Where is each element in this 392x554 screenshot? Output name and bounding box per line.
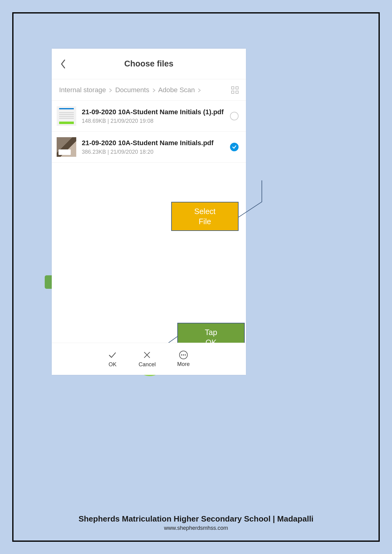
phone-screenshot: Choose files Internal storage Documents … <box>52 49 246 375</box>
select-radio-checked[interactable] <box>230 143 239 151</box>
footer-url: www.shepherdsmhss.com <box>13 525 379 531</box>
select-radio[interactable] <box>230 112 239 120</box>
file-meta: 148.69KB | 21/09/2020 19:08 <box>82 118 227 124</box>
page-footer: Shepherds Matriculation Higher Secondary… <box>13 514 379 531</box>
chevron-right-icon <box>109 86 112 94</box>
header-title: Choose files <box>124 59 174 69</box>
chevron-right-icon <box>198 86 201 94</box>
callout-select-file: Select File <box>171 202 239 231</box>
cancel-button[interactable]: Cancel <box>138 350 156 368</box>
file-row[interactable]: 21-09-2020 10A-Student Name Initials.pdf… <box>52 132 246 163</box>
footer-title: Shepherds Matriculation Higher Secondary… <box>13 514 379 524</box>
file-info: 21-09-2020 10A-Student Name Initials.pdf… <box>82 139 227 156</box>
breadcrumb-part[interactable]: Adobe Scan <box>158 86 195 94</box>
chevron-right-icon <box>153 86 156 94</box>
file-row[interactable]: 21-09-2020 10A-Student Name Initials (1)… <box>52 101 246 132</box>
file-thumbnail <box>57 106 76 126</box>
more-label: More <box>177 361 190 367</box>
breadcrumb[interactable]: Internal storage Documents Adobe Scan <box>59 86 231 94</box>
file-meta: 386.23KB | 21/09/2020 18:20 <box>82 149 227 155</box>
check-icon <box>108 350 117 360</box>
file-name: 21-09-2020 10A-Student Name Initials.pdf <box>82 139 227 147</box>
page-frame: Choose files Internal storage Documents … <box>12 12 380 542</box>
back-button[interactable] <box>60 59 66 69</box>
file-info: 21-09-2020 10A-Student Name Initials (1)… <box>82 108 227 125</box>
cancel-label: Cancel <box>138 361 156 368</box>
more-icon <box>179 351 188 359</box>
bottom-action-bar: OK Cancel More <box>52 343 246 375</box>
close-icon <box>142 350 152 360</box>
connector-line <box>235 180 266 220</box>
grid-view-icon[interactable] <box>231 86 239 94</box>
breadcrumb-part[interactable]: Internal storage <box>59 86 106 94</box>
file-name: 21-09-2020 10A-Student Name Initials (1)… <box>82 108 227 116</box>
app-header: Choose files <box>52 49 246 79</box>
ok-label: OK <box>108 361 116 368</box>
more-button[interactable]: More <box>177 351 190 367</box>
breadcrumb-row: Internal storage Documents Adobe Scan <box>52 79 246 101</box>
ok-button[interactable]: OK <box>108 350 117 368</box>
file-thumbnail <box>57 137 76 157</box>
breadcrumb-part[interactable]: Documents <box>115 86 149 94</box>
